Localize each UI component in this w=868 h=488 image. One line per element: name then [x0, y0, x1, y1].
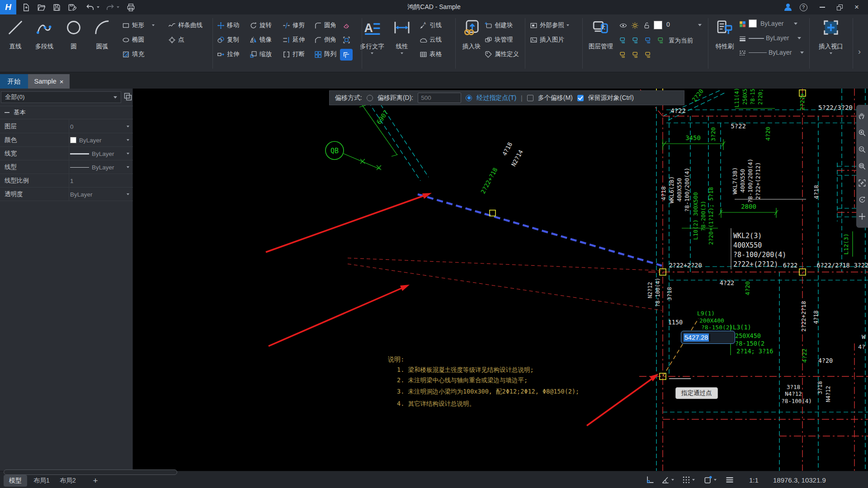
tool-leader[interactable]: 引线 — [420, 20, 442, 31]
row-dropdown-caret[interactable] — [127, 139, 129, 141]
linetype-dropdown-caret[interactable] — [800, 52, 804, 54]
redo-button[interactable] — [104, 1, 116, 13]
orbit-icon[interactable] — [858, 196, 866, 204]
save-button[interactable] — [51, 1, 63, 13]
multiple-offset-label[interactable]: 多个偏移(M) — [538, 94, 573, 102]
property-row[interactable]: 线型 ByLayer — [0, 160, 133, 174]
match-properties-button[interactable]: 特性刷 — [711, 17, 739, 62]
collapse-icon[interactable] — [5, 112, 9, 113]
tool-chamfer[interactable]: 倒角 — [314, 34, 336, 45]
row-dropdown-caret[interactable] — [127, 193, 129, 195]
pan-hand-icon[interactable] — [858, 112, 866, 120]
tool-polyline[interactable]: 多段线 — [30, 17, 58, 62]
redo-dropdown-caret[interactable] — [117, 6, 119, 8]
tool-copy[interactable]: 复制 — [217, 34, 239, 45]
save-as-button[interactable] — [66, 1, 78, 13]
tool-spline[interactable]: 样条曲线 — [168, 20, 203, 31]
tool-create-block[interactable]: 创建块 — [485, 20, 513, 31]
tab-layout1[interactable]: 布局1 — [30, 475, 53, 487]
offset-distance-input[interactable]: 500 — [418, 93, 461, 103]
tool-rotate[interactable]: 旋转 — [250, 20, 272, 31]
polar-tracking-icon[interactable] — [661, 475, 674, 484]
through-point-label[interactable]: 经过指定点(T) — [476, 94, 516, 102]
ribbon-expand-chevron[interactable]: › — [858, 47, 861, 56]
menu-burger-icon[interactable] — [725, 475, 734, 484]
tool-scale[interactable]: 缩放 — [250, 49, 272, 60]
tab-close-icon[interactable]: × — [60, 78, 64, 85]
property-row[interactable]: 透明度 ByLayer — [0, 188, 133, 201]
tool-insert-block[interactable]: 插入块 — [458, 17, 486, 62]
tool-dimension[interactable]: 线性 — [388, 17, 416, 62]
zoom-in-icon[interactable] — [858, 129, 866, 137]
new-file-button[interactable] — [20, 1, 32, 13]
tool-arc[interactable]: 圆弧 — [88, 17, 116, 62]
tool-circle[interactable]: 圆 — [60, 17, 88, 62]
layer-dropdown-caret[interactable] — [698, 24, 702, 26]
tool-break[interactable]: 打断 — [283, 49, 305, 60]
print-button[interactable] — [125, 1, 137, 13]
layer-thaw-sun-icon[interactable] — [629, 20, 640, 31]
property-row[interactable]: 线宽 ByLayer — [0, 147, 133, 160]
set-current-label[interactable]: 置为当前 — [669, 37, 693, 45]
layer-unlock-all-icon[interactable] — [643, 49, 654, 60]
layer-lock-icon[interactable] — [643, 34, 654, 45]
tab-start[interactable]: 开始 — [0, 74, 28, 89]
layer-manager-button[interactable]: 图层管理 — [585, 17, 617, 62]
frame-select-icon[interactable] — [341, 34, 352, 45]
offset-distance-radio[interactable] — [367, 95, 373, 101]
lineweight-value[interactable]: ByLayer — [766, 34, 789, 42]
offset-tool-button-active[interactable] — [340, 49, 353, 61]
undo-button[interactable] — [84, 1, 96, 13]
tool-insert-image[interactable]: 插入图片 — [530, 34, 564, 45]
tab-sample[interactable]: Sample × — [28, 74, 70, 89]
tab-layout2[interactable]: 布局2 — [56, 475, 80, 487]
property-row[interactable]: 图层 0 — [0, 120, 133, 133]
tool-point[interactable]: 点 — [168, 34, 184, 45]
close-button[interactable]: × — [849, 0, 864, 14]
scale-indicator[interactable]: 1:1 — [749, 471, 759, 488]
offset-distance-label[interactable]: 偏移距离(D): — [377, 94, 413, 102]
lineweight-dropdown-caret[interactable] — [797, 37, 801, 39]
ortho-mode-icon[interactable] — [646, 475, 655, 484]
row-dropdown-caret[interactable] — [127, 166, 129, 168]
tool-rectangle[interactable]: 矩形 — [122, 20, 155, 31]
object-snap-icon[interactable] — [703, 475, 717, 484]
keep-source-label[interactable]: 保留源对象(Ctrl) — [588, 94, 634, 102]
layer-walk-icon[interactable] — [618, 49, 628, 60]
selection-filter-dropdown[interactable]: 全部(0) — [1, 91, 121, 103]
layer-isolate-icon[interactable] — [630, 49, 641, 60]
tool-ellipse[interactable]: 椭圆 — [122, 34, 144, 45]
keep-source-checkbox-checked[interactable] — [577, 95, 584, 101]
object-color-value[interactable]: ByLayer — [760, 20, 783, 27]
tool-trim[interactable]: 修剪 — [283, 20, 305, 31]
through-point-radio-selected[interactable] — [466, 95, 472, 101]
tool-attribute-define[interactable]: 属性定义 — [485, 49, 519, 60]
tool-mirror[interactable]: 镜像 — [250, 34, 272, 45]
tool-xref[interactable]: 外部参照 — [530, 20, 569, 31]
tool-line[interactable]: 直线 — [1, 17, 29, 62]
layers-icon[interactable] — [123, 92, 132, 102]
zoom-window-icon[interactable] — [858, 162, 866, 170]
section-basic-header[interactable]: 基本 — [0, 106, 133, 119]
insert-viewport-button[interactable]: 插入视口 — [814, 17, 848, 62]
row-dropdown-caret[interactable] — [127, 126, 129, 127]
drawing-canvas[interactable]: 690?QB2?22+?184?18N2?144?222?203?205?224… — [133, 89, 868, 471]
layer-freeze-icon[interactable] — [630, 34, 641, 45]
pan-cross-icon[interactable] — [858, 212, 866, 221]
tool-revcloud[interactable]: 云线 — [420, 34, 442, 45]
open-file-button[interactable] — [35, 1, 47, 13]
restore-button[interactable] — [832, 0, 847, 14]
tool-block-manager[interactable]: 块管理 — [485, 34, 513, 45]
undo-dropdown-caret[interactable] — [97, 6, 99, 8]
linetype-value[interactable]: ByLayer — [769, 49, 792, 56]
app-logo-icon[interactable]: H — [0, 0, 16, 14]
tool-hatch[interactable]: 填充 — [122, 49, 144, 60]
layer-off-icon[interactable] — [618, 34, 628, 45]
tab-model[interactable]: 模型 — [4, 475, 27, 487]
command-bar[interactable] — [4, 469, 177, 475]
tool-fillet[interactable]: 圆角 — [314, 20, 336, 31]
tool-extend[interactable]: 延伸 — [283, 34, 305, 45]
layer-visibility-eye-icon[interactable] — [618, 20, 628, 31]
minimize-button[interactable] — [815, 0, 830, 14]
dynamic-input-field[interactable]: 5427.28 — [681, 331, 735, 344]
